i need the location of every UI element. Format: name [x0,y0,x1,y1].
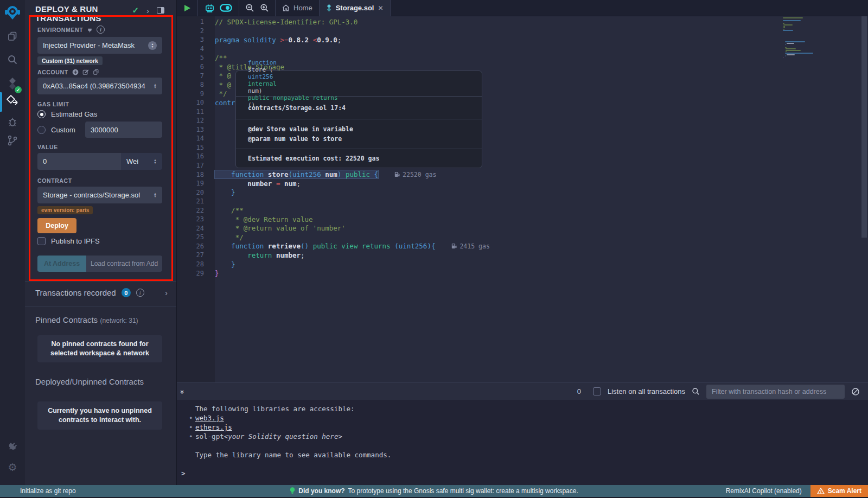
editor-minimap[interactable] [783,16,834,81]
settings-gear-icon[interactable]: ⚙ [0,460,25,474]
terminal-line: •sol-gpt <your Solidity question here> [177,432,868,441]
code-line: 25 */ [177,233,868,242]
terminal[interactable]: The following libraries are accessible:•… [177,400,868,485]
code-line: 18 function store(uint256 num) public {2… [177,170,868,179]
pin-panel-icon[interactable] [157,7,164,14]
run-script-button[interactable] [177,4,197,12]
terminal-line: Type the library name to see available c… [177,450,868,459]
environment-info-icon[interactable]: i [97,25,105,34]
value-label: VALUE [37,144,58,150]
value-unit-select[interactable]: Wei ▲▼ [121,153,162,170]
solidity-compiler-icon[interactable]: ✓ [0,76,25,91]
unpinned-contracts-title: Deployed/Unpinned Contracts [35,377,144,387]
custom-gas-option[interactable]: Custom [37,126,75,134]
code-line: 19 number = num; [177,179,868,188]
tooltip-gas-cost: Estimated execution cost: 22520 gas [236,149,482,168]
code-line: 22 /** [177,206,868,215]
pinned-empty-message: No pinned contracts found forselected wo… [37,335,162,362]
network-badge: Custom (31) network [37,56,103,65]
solidity-file-icon [326,4,332,12]
gas-estimate-annotation: 2415 gas [451,242,489,250]
radio-estimated-gas[interactable] [37,110,46,118]
icon-rail: ✓ ⚙ [0,0,25,485]
editor-scrollbar[interactable] [861,16,867,238]
select-caret-icon: ▲▼ [154,159,157,164]
environment-select[interactable]: Injected Provider - MetaMask ▲▼ [37,37,162,54]
publish-ipfs-checkbox[interactable] [37,237,46,245]
ai-copilot-robot-icon[interactable] [205,3,215,12]
debugger-icon[interactable] [0,115,25,129]
radio-custom-gas[interactable] [37,126,46,134]
transactions-expand-icon[interactable]: › [165,288,168,297]
value-input[interactable] [37,153,121,170]
did-you-know-tip: Did you know? To prototype using the Gno… [0,487,868,495]
main-area: Home Storage.sol ✕ 1// SPDX-License-Iden… [176,0,868,485]
terminal-line [177,441,868,450]
gas-estimate-annotation: 22520 gas [394,171,436,178]
zoom-in-icon[interactable] [260,3,269,12]
listen-all-checkbox[interactable] [593,387,601,395]
remix-ide: ✓ ⚙ DEPLOY & RUNTRANSACTIONS ✓ › ENVIRON… [0,0,868,498]
copy-address-icon[interactable] [93,69,99,75]
pinned-contracts-title: Pinned Contracts (network: 31) [35,315,138,325]
terminal-header: » 0 Listen on all transactions [177,382,868,400]
terminal-line: The following libraries are accessible: [177,404,868,413]
account-label: ACCOUNT [37,69,99,75]
pending-tx-count: 0 [577,387,581,395]
gas-limit-label: GAS LIMIT [37,101,69,107]
at-address-input[interactable] [86,256,162,272]
terminal-search-icon[interactable] [692,387,700,395]
code-line: 4 [177,44,868,54]
custom-gas-input[interactable] [85,122,162,138]
estimated-gas-option[interactable]: Estimated Gas [37,110,97,118]
transactions-recorded-row[interactable]: Transactions recorded 0 i › [35,288,168,297]
tab-home[interactable]: Home [276,0,319,16]
copilot-toggle[interactable] [220,4,232,12]
remix-logo-icon[interactable] [0,3,25,22]
terminal-link-ethers.js[interactable]: ethers.js [195,423,232,432]
plug-icon[interactable] [87,27,93,33]
tab-storage-sol[interactable]: Storage.sol ✕ [320,0,390,16]
account-select[interactable]: 0xA03...85ac4 (0.398673504934 ▲▼ [37,78,162,94]
close-tab-icon[interactable]: ✕ [378,4,383,12]
code-line: 26 function retrieve() public view retur… [177,242,868,251]
clear-console-icon[interactable] [851,387,860,396]
panel-title: DEPLOY & RUNTRANSACTIONS [35,4,101,23]
compiled-check-icon: ✓ [132,5,139,15]
code-line: 23 * @dev Return value [177,215,868,224]
sign-message-icon[interactable] [82,69,89,75]
select-caret-icon: ▲▼ [154,193,157,198]
lightbulb-icon [290,487,295,495]
code-line: 27 return number; [177,251,868,260]
plugin-manager-icon[interactable] [0,439,25,454]
evm-version-badge: evm version: paris [37,206,93,214]
deploy-run-icon[interactable] [0,93,25,110]
tooltip-doc: @dev Store value in variable @param num … [236,119,482,149]
terminal-link-web3.js[interactable]: web3.js [195,413,224,423]
compile-success-badge: ✓ [15,86,22,93]
add-account-icon[interactable] [72,69,79,75]
code-line: 1// SPDX-License-Identifier: GPL-3.0 [177,17,868,27]
collapse-terminal-icon[interactable]: » [178,390,187,393]
code-editor[interactable]: 1// SPDX-License-Identifier: GPL-3.023pr… [177,16,868,382]
transactions-count-badge: 0 [122,288,131,297]
zoom-out-icon[interactable] [245,3,254,12]
transactions-info-icon[interactable]: i [136,289,144,297]
expand-chevron-icon[interactable]: › [146,6,149,15]
at-address-button[interactable]: At Address [37,256,86,272]
code-line: 28 } [177,260,868,269]
publish-ipfs-option[interactable]: Publish to IPFS [37,237,100,245]
unpinned-empty-message: Currently you have no unpinnedcontracts … [37,401,162,430]
terminal-line: •ethers.js [177,423,868,432]
code-line: 29} [177,269,868,278]
file-explorer-icon[interactable] [0,30,25,43]
play-icon [184,4,191,12]
deploy-button[interactable]: Deploy [37,218,76,233]
contract-select[interactable]: Storage - contracts/Storage.sol ▲▼ [37,187,162,203]
hover-tooltip: function store (uint256 internal num) pu… [235,71,482,168]
code-line: 20 } [177,188,868,197]
terminal-filter-input[interactable] [706,385,845,399]
editor-toolbar: Home Storage.sol ✕ [177,0,868,16]
search-icon[interactable] [0,53,25,66]
git-icon[interactable] [0,133,25,148]
